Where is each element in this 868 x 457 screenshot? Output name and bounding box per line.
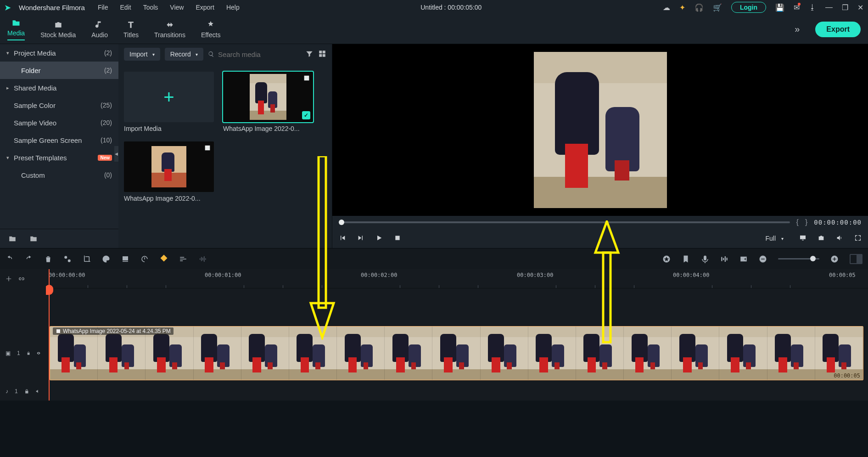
speed-icon[interactable] (140, 255, 149, 263)
crop-icon[interactable] (83, 255, 91, 263)
freeze-icon[interactable] (121, 255, 129, 263)
more-tabs-icon[interactable]: » (795, 24, 800, 34)
zoom-knob[interactable] (810, 256, 816, 261)
media-tree: ▾ Project Media (2) Folder (2) ▸ Shared … (0, 44, 118, 229)
media-item-1[interactable]: ✓ WhatsApp Image 2022-0... (223, 72, 313, 132)
render-icon[interactable] (662, 255, 671, 263)
media-item-2[interactable]: WhatsApp Image 2022-0... (124, 141, 214, 202)
split-icon[interactable] (63, 255, 72, 263)
keyframe-icon[interactable] (160, 254, 168, 262)
tab-audio[interactable]: Audio (91, 20, 108, 39)
ruler-tick: 00:00:05 (829, 272, 856, 278)
fit-icon[interactable] (739, 255, 748, 263)
menu-help[interactable]: Help (226, 4, 240, 11)
download-icon[interactable]: ⭳ (809, 3, 816, 11)
maximize-icon[interactable]: ❐ (842, 3, 848, 12)
menu-file[interactable]: File (98, 4, 108, 11)
zoom-out-icon[interactable] (759, 255, 767, 263)
search-media[interactable] (208, 51, 301, 58)
import-dropdown[interactable]: Import ▾ (124, 48, 160, 61)
mark-out-icon[interactable]: } (805, 218, 807, 226)
scrub-track[interactable] (339, 221, 790, 223)
snapshot-icon[interactable] (818, 234, 825, 243)
lock-icon[interactable] (27, 350, 30, 356)
tree-shared-media[interactable]: ▸ Shared Media (0, 79, 118, 96)
tree-sample-green[interactable]: Sample Green Screen (10) (0, 131, 118, 149)
playhead[interactable] (49, 269, 50, 401)
preview-stage[interactable] (332, 44, 868, 216)
save-icon[interactable]: 💾 (775, 3, 784, 12)
panel-collapse-handle[interactable]: ◀ (114, 146, 118, 162)
new-folder-icon[interactable] (8, 235, 17, 243)
delete-icon[interactable] (44, 255, 52, 263)
play-button[interactable] (375, 234, 383, 243)
app-name: Wondershare Filmora (19, 4, 85, 11)
audio-sync-icon[interactable] (720, 255, 728, 263)
menu-export[interactable]: Export (196, 4, 214, 11)
marker-icon[interactable] (682, 255, 690, 263)
volume-icon[interactable] (836, 234, 843, 243)
menu-view[interactable]: View (170, 4, 184, 11)
resolution-dropdown[interactable]: Full ▾ (761, 233, 788, 244)
export-button[interactable]: Export (815, 22, 861, 37)
lock-icon[interactable] (24, 388, 29, 395)
display-icon[interactable] (799, 234, 806, 243)
adjust-icon[interactable] (179, 255, 187, 263)
video-track-header[interactable]: ▣ 1 (0, 324, 46, 382)
record-dropdown[interactable]: Record ▾ (165, 48, 203, 61)
tab-media[interactable]: Media (7, 18, 25, 40)
video-track-1[interactable]: WhatsApp Image 2022-05-24 at 4.24.35 PM … (46, 324, 868, 382)
support-icon[interactable]: 🎧 (694, 3, 704, 12)
close-icon[interactable]: ✕ (857, 3, 863, 12)
audio-track-header[interactable]: ♪ 1 (0, 382, 46, 401)
mark-in-icon[interactable]: { (796, 218, 799, 226)
fullscreen-icon[interactable] (854, 234, 862, 243)
track-type-icon: ♪ (6, 388, 8, 395)
prev-frame-button[interactable] (339, 234, 346, 243)
import-media-card[interactable]: + Import Media (124, 72, 214, 132)
cart-icon[interactable]: 🛒 (713, 3, 722, 12)
minimize-icon[interactable]: — (825, 3, 833, 11)
login-button[interactable]: Login (731, 2, 766, 13)
stop-button[interactable] (394, 234, 401, 243)
tab-titles[interactable]: Titles (123, 20, 139, 39)
tree-project-media[interactable]: ▾ Project Media (2) (0, 44, 118, 62)
tips-icon[interactable]: ✦ (679, 3, 685, 12)
tree-sample-video[interactable]: Sample Video (20) (0, 114, 118, 131)
add-track-icon[interactable] (6, 276, 12, 282)
audio-track-1[interactable] (46, 382, 868, 401)
eye-icon[interactable] (37, 350, 40, 356)
grid-view-icon[interactable] (318, 50, 326, 59)
scrub-head[interactable] (339, 220, 344, 225)
mute-icon[interactable] (35, 388, 40, 395)
zoom-slider[interactable] (778, 258, 819, 260)
tab-transitions[interactable]: Transitions (154, 20, 185, 39)
next-frame-button[interactable] (357, 234, 364, 243)
link-icon[interactable] (18, 276, 25, 282)
color-icon[interactable] (102, 255, 110, 263)
tree-folder[interactable]: Folder (2) (0, 62, 118, 79)
track-index: 1 (17, 350, 20, 356)
timeline-body[interactable]: 00:00:00:00 00:00:01:00 00:00:02:00 00:0… (46, 269, 868, 401)
search-input[interactable] (218, 51, 301, 58)
voiceover-icon[interactable] (701, 255, 709, 263)
filter-icon[interactable] (305, 50, 314, 59)
menu-edit[interactable]: Edit (120, 4, 131, 11)
audio-icon (95, 20, 104, 29)
zoom-in-icon[interactable] (830, 255, 839, 263)
cloud-icon[interactable]: ☁ (663, 3, 670, 12)
tab-effects[interactable]: Effects (201, 20, 221, 39)
tab-stock-media[interactable]: Stock Media (40, 20, 76, 39)
tree-sample-color[interactable]: Sample Color (25) (0, 96, 118, 114)
undo-icon[interactable] (6, 255, 14, 263)
redo-icon[interactable] (25, 255, 33, 263)
timeline-ruler[interactable]: 00:00:00:00 00:00:01:00 00:00:02:00 00:0… (46, 269, 868, 288)
tree-preset-templates[interactable]: ▾ Preset Templates New (0, 149, 118, 166)
timeline-view-toggle[interactable] (850, 254, 862, 264)
folder-icon[interactable] (29, 235, 38, 243)
message-icon[interactable]: ✉ (794, 3, 800, 12)
audio-mix-icon[interactable] (198, 255, 207, 263)
menu-tools[interactable]: Tools (143, 4, 158, 11)
timeline-clip[interactable]: WhatsApp Image 2022-05-24 at 4.24.35 PM … (50, 326, 863, 380)
tree-custom[interactable]: Custom (0) (0, 166, 118, 184)
